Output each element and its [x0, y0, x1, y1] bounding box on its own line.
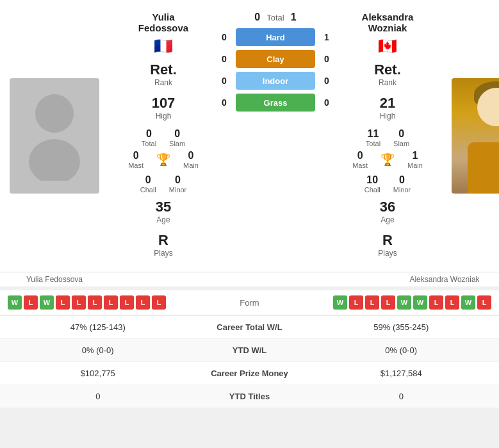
player1-age-block: 35 Age	[156, 199, 171, 224]
player1-avatar	[10, 78, 99, 194]
svg-point-1	[29, 139, 80, 181]
match-container: Yulia Fedossova 🇫🇷 Ret. Rank 107 High 0 …	[0, 0, 499, 408]
form-badge: L	[349, 295, 363, 310]
form-label: Form	[218, 298, 282, 308]
player2-avatar	[452, 78, 499, 194]
player1-form: WLWLLLLLLL	[8, 295, 218, 310]
player2-high-value: 21	[380, 95, 395, 112]
form-badge: L	[477, 295, 491, 310]
player1-stats-row2: 0 Chall 0 Minor	[140, 174, 187, 194]
match-card: Yulia Fedossova 🇫🇷 Ret. Rank 107 High 0 …	[0, 0, 499, 272]
stats-right-value: 0	[314, 392, 489, 401]
player2-form: WLLLWWLLWL	[282, 295, 492, 310]
form-badge: L	[88, 295, 102, 310]
stats-row: $102,775Career Prize Money$1,127,584	[0, 362, 499, 385]
surface-clay-row: 0 Clay 0	[218, 50, 333, 68]
trophy2-icon: 🏆	[380, 153, 395, 167]
stats-right-value: 59% (355-245)	[314, 322, 489, 332]
player1-plays-value: R	[158, 232, 168, 249]
player2-name-bottom: Aleksandra Wozniak	[390, 275, 499, 284]
player1-photo	[0, 6, 109, 265]
player1-rank-block: Ret. Rank	[150, 62, 177, 87]
form-badge: L	[104, 295, 118, 310]
player1-high-label: High	[156, 112, 172, 120]
form-badge: L	[24, 295, 38, 310]
center-column: 0 Total 1 0 Hard 1 0 Clay 0 0 Indoor	[218, 6, 333, 265]
player2-stats-row2: 10 Chall 0 Minor	[364, 174, 411, 194]
player1-plays-label: Plays	[154, 249, 172, 258]
stats-right-value: 0% (0-0)	[314, 345, 489, 355]
stats-left-value: 47% (125-143)	[10, 322, 186, 332]
form-badge: W	[40, 295, 54, 310]
indoor-score-left: 0	[218, 76, 231, 86]
surface-clay-btn[interactable]: Clay	[236, 50, 315, 68]
form-badge: W	[333, 295, 347, 310]
indoor-score-right: 0	[320, 76, 333, 86]
player1-high-value: 107	[152, 95, 176, 112]
grass-score-left: 0	[218, 97, 231, 108]
stats-center-label: YTD Titles	[186, 392, 314, 401]
stats-center-label: Career Prize Money	[186, 369, 314, 378]
player2-age-block: 36 Age	[380, 199, 395, 224]
player1-rank-label: Rank	[154, 78, 172, 87]
player2-flag: 🇨🇦	[378, 37, 397, 55]
form-badge: L	[56, 295, 70, 310]
surface-grass-row: 0 Grass 0	[218, 94, 333, 112]
form-badge: L	[136, 295, 150, 310]
trophy1-icon: 🏆	[156, 153, 170, 167]
svg-point-0	[35, 94, 74, 133]
avatar-body	[468, 142, 499, 194]
stats-right-value: $1,127,584	[314, 369, 489, 378]
form-badge: L	[152, 295, 166, 310]
hard-score-left: 0	[218, 32, 231, 42]
total-left: 0	[254, 12, 260, 23]
surface-hard-btn[interactable]: Hard	[236, 28, 315, 46]
form-section: WLWLLLLLLL Form WLLLWWLLWL	[0, 290, 499, 315]
player2-high-block: 21 High	[380, 95, 396, 120]
hard-score-right: 1	[320, 32, 333, 42]
player1-high-block: 107 High	[152, 95, 176, 120]
stats-row: 0YTD Titles0	[0, 385, 499, 408]
player2-plays-label: Plays	[378, 249, 397, 258]
player2-photo	[442, 6, 499, 265]
player1-age-label: Age	[156, 215, 170, 224]
form-badge: L	[429, 295, 443, 310]
player1-info: Yulia Fedossova 🇫🇷 Ret. Rank 107 High 0 …	[109, 6, 218, 265]
player1-flag: 🇫🇷	[154, 37, 173, 55]
surface-indoor-row: 0 Indoor 0	[218, 72, 333, 90]
stats-row: 0% (0-0)YTD W/L0% (0-0)	[0, 339, 499, 362]
grass-score-right: 0	[320, 97, 333, 108]
player-names-bar: Yulia Fedossova Aleksandra Wozniak	[0, 272, 499, 287]
form-badge: W	[8, 295, 22, 310]
player2-stats-row1: 11 Total 0 Slam	[366, 128, 409, 147]
player2-trophy-row: 0 Mast 🏆 1 Main	[352, 150, 423, 169]
stats-row: 47% (125-143)Career Total W/L59% (355-24…	[0, 316, 499, 339]
player2-age-value: 36	[380, 199, 395, 215]
form-badge: L	[120, 295, 134, 310]
player1-plays-block: R Plays	[154, 232, 172, 258]
stats-left-value: 0	[10, 392, 186, 401]
form-badge: L	[365, 295, 379, 310]
player1-rank-value: Ret.	[150, 62, 177, 78]
form-badge: L	[445, 295, 459, 310]
player1-trophy-row: 0 Mast 🏆 0 Main	[128, 150, 199, 169]
player2-rank-block: Ret. Rank	[374, 62, 401, 87]
player2-rank-label: Rank	[379, 78, 397, 87]
player1-name: Yulia Fedossova	[138, 12, 188, 33]
stats-center-label: YTD W/L	[186, 345, 314, 355]
form-badge: L	[72, 295, 86, 310]
surface-grass-btn[interactable]: Grass	[236, 94, 315, 112]
clay-score-left: 0	[218, 54, 231, 64]
player1-age-value: 35	[156, 199, 171, 215]
stats-table: 47% (125-143)Career Total W/L59% (355-24…	[0, 315, 499, 408]
form-badge: L	[381, 295, 395, 310]
stats-left-value: $102,775	[10, 369, 186, 378]
total-label: Total	[266, 13, 284, 22]
player2-rank-value: Ret.	[374, 62, 401, 78]
surface-indoor-btn[interactable]: Indoor	[236, 72, 315, 90]
total-right: 1	[291, 12, 297, 23]
form-badge: W	[397, 295, 411, 310]
player1-name-bottom: Yulia Fedossova	[0, 275, 109, 284]
player2-info: Aleksandra Wozniak 🇨🇦 Ret. Rank 21 High …	[333, 6, 442, 265]
form-badge: W	[413, 295, 427, 310]
